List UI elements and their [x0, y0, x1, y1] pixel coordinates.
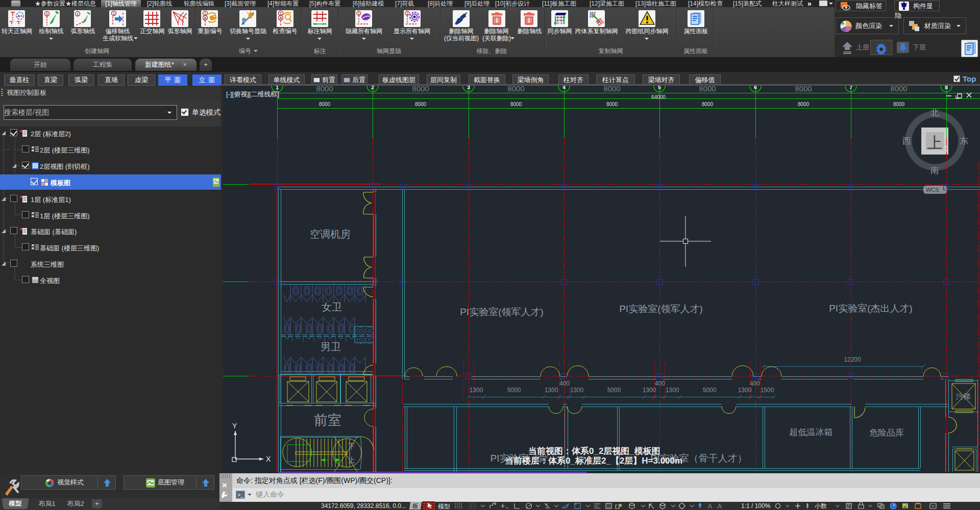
svg-text:1: 1 [46, 12, 48, 16]
svg-text:7: 7 [849, 86, 852, 90]
svg-text:[-][俯视][二维线框]: [-][俯视][二维线框] [226, 90, 279, 98]
svg-text:女卫: 女卫 [322, 301, 342, 313]
svg-text:8000: 8000 [702, 101, 714, 107]
svg-text:8000: 8000 [893, 101, 905, 107]
svg-text:5000: 5000 [507, 387, 521, 394]
svg-text:64000: 64000 [651, 94, 666, 100]
svg-text:东: 东 [960, 136, 969, 146]
svg-text:3: 3 [467, 86, 470, 90]
svg-text:前室: 前室 [314, 413, 341, 428]
svg-text:8000: 8000 [507, 86, 524, 93]
svg-text:2: 2 [371, 86, 374, 90]
svg-text:南: 南 [930, 166, 939, 175]
svg-text:超低温冰箱: 超低温冰箱 [790, 427, 833, 437]
svg-text:400: 400 [559, 380, 570, 387]
svg-text:PI实验室(领军人才): PI实验室(领军人才) [619, 303, 703, 314]
svg-text:1: 1 [280, 11, 282, 16]
svg-text:1500: 1500 [761, 387, 774, 394]
svg-text:6: 6 [754, 86, 757, 90]
svg-text:当前视图：体系0_2层视图_模板图: 当前视图：体系0_2层视图_模板图 [528, 446, 660, 456]
svg-text:上: 上 [927, 134, 942, 151]
svg-text:Y: Y [232, 422, 237, 430]
svg-text:8000: 8000 [798, 101, 810, 107]
svg-text:1: 1 [406, 12, 408, 15]
svg-text:1: 1 [358, 12, 360, 15]
svg-text:4: 4 [562, 86, 566, 90]
svg-text:1300: 1300 [570, 387, 584, 394]
svg-text:当前楼层：体系0_标准层2_【2层】H=3.000m: 当前楼层：体系0_标准层2_【2层】H=3.000m [505, 456, 682, 466]
svg-text:8000: 8000 [890, 86, 907, 93]
svg-text:PI实验室(领军人才): PI实验室(领军人才) [460, 307, 544, 317]
svg-text:8000: 8000 [415, 101, 427, 107]
svg-text:8000: 8000 [603, 86, 620, 93]
svg-text:8000: 8000 [510, 101, 522, 107]
svg-text:1: 1 [113, 11, 115, 16]
svg-text:1300: 1300 [545, 387, 558, 394]
svg-text:A: A [204, 16, 207, 20]
svg-text:上: 上 [348, 456, 355, 464]
svg-text:男卫: 男卫 [321, 341, 341, 352]
svg-text:8000: 8000 [699, 86, 716, 93]
svg-text:1300: 1300 [738, 387, 752, 394]
svg-text:危险品库: 危险品库 [869, 428, 904, 438]
svg-text:5000: 5000 [703, 387, 717, 394]
svg-text:空调机房: 空调机房 [310, 228, 351, 240]
svg-text:西: 西 [902, 136, 911, 146]
svg-text:8000: 8000 [412, 86, 429, 93]
svg-text:8000: 8000 [606, 101, 618, 107]
svg-text:400: 400 [655, 380, 665, 387]
svg-text:8000: 8000 [319, 101, 331, 107]
svg-text:1300: 1300 [666, 387, 679, 394]
svg-text:PI实验室(杰出人才): PI实验室(杰出人才) [829, 303, 913, 314]
svg-text:12200: 12200 [844, 356, 861, 363]
svg-text:北: 北 [930, 108, 939, 117]
svg-text:小数: 小数 [815, 502, 827, 509]
svg-text:1: 1 [77, 12, 79, 16]
svg-text:污梯: 污梯 [956, 392, 970, 400]
svg-text:A+: A+ [17, 14, 23, 18]
svg-text:8: 8 [945, 86, 948, 90]
svg-text:8000: 8000 [795, 86, 812, 93]
svg-text:1300: 1300 [643, 387, 656, 394]
svg-text:1: 1 [276, 86, 279, 90]
svg-text:A: A [279, 16, 282, 20]
svg-text:5000: 5000 [607, 387, 621, 394]
svg-text:下: 下 [348, 442, 355, 450]
svg-text:1300: 1300 [470, 387, 483, 394]
svg-text:8000: 8000 [316, 86, 333, 93]
svg-text:WCS: WCS [926, 187, 939, 193]
svg-text:X: X [266, 455, 271, 463]
svg-text:1: 1 [204, 11, 207, 16]
svg-text:5: 5 [658, 86, 661, 90]
svg-text:400: 400 [750, 380, 760, 387]
